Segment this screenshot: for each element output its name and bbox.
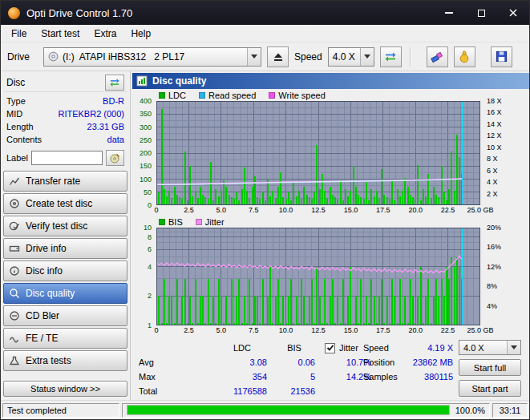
info-label: Type (6, 96, 26, 106)
sidebar-item-fe-te[interactable]: FE / TE (3, 328, 127, 349)
max-bis-value: 5 (273, 372, 322, 382)
donate-button[interactable] (454, 46, 475, 67)
axis-tick-label: 8% (487, 283, 497, 290)
label-row: Label (3, 147, 127, 170)
speed-readout-label: Speed (363, 343, 405, 353)
menu-extra[interactable]: Extra (87, 26, 123, 42)
chart2-x-axis: 02.55.07.510.012.515.017.520.022.525.0 G… (132, 325, 529, 336)
window-controls (433, 1, 529, 25)
legend-swatch (269, 92, 275, 99)
content-area: Disc TypeBD-RMIDRITEKBR2 (000)Length23.3… (1, 71, 529, 400)
status-bar: Test completed 100.0% 33:11 (1, 400, 529, 419)
scan-readout: Speed 4.19 X Position 23862 MB Samples 3… (363, 341, 453, 384)
extra-tests-icon (9, 355, 20, 366)
ldc-column-header: LDC (217, 343, 273, 353)
axis-tick-label: 7.5 (249, 326, 259, 334)
axis-tick-label: 15.0 (344, 326, 358, 334)
bis-column-header: BIS (273, 343, 322, 353)
maximize-button[interactable] (465, 1, 497, 25)
jitter-checkbox[interactable] (325, 343, 335, 353)
info-value-contents[interactable]: data (107, 135, 124, 144)
sidebar-item-verify-test-disc[interactable]: Verify test disc (3, 216, 127, 236)
disc-info-row: Length23.31 GB (6, 120, 124, 133)
minimize-button[interactable] (433, 1, 465, 25)
axis-tick-label: 20.0 (408, 206, 423, 214)
stats-panel: LDC BIS Jitter Avg 3.08 0.06 10.7% Max 3… (132, 336, 529, 400)
maximize-icon (478, 10, 485, 17)
status-message: Test completed (2, 403, 119, 418)
sidebar-item-extra-tests[interactable]: Extra tests (3, 350, 127, 371)
refresh-drives-button[interactable] (380, 46, 402, 67)
axis-tick-label: 350 (140, 111, 152, 118)
panel-title: Disc quality (152, 75, 206, 87)
disc-info-row: Contentsdata (6, 133, 124, 146)
axis-tick-label: 20.0 (408, 326, 423, 334)
speed-select-value: 4.0 X (333, 51, 355, 63)
info-value-mid: RITEKBR2 (000) (58, 109, 124, 119)
eject-button[interactable] (267, 46, 289, 67)
save-button[interactable] (491, 46, 512, 67)
sidebar-item-label: Create test disc (26, 198, 92, 209)
hand-icon (458, 50, 471, 63)
sidebar-item-disc-quality[interactable]: Disc quality (3, 283, 127, 304)
axis-tick-label: 4% (487, 302, 497, 309)
legend-label: LDC (168, 91, 186, 100)
axis-tick-label: 12% (487, 263, 501, 270)
menu-file[interactable]: File (4, 26, 34, 42)
start-part-button[interactable]: Start part (459, 380, 521, 397)
drive-select[interactable]: (I:) ATAPI iHBS312 2 PL17 (43, 47, 261, 67)
eraser-icon (431, 50, 443, 63)
test-controls: 4.0 X Start full Start part (459, 340, 521, 397)
axis-tick-label: 6 (148, 246, 152, 253)
write-label-button[interactable] (106, 150, 124, 166)
legend-top: LDCRead speedWrite speed (132, 89, 529, 101)
disc-info-row: TypeBD-R (6, 95, 124, 107)
test-speed-select[interactable]: 4.0 X (459, 340, 521, 355)
sidebar-item-transfer-rate[interactable]: Transfer rate (3, 171, 127, 192)
sidebar: Disc TypeBD-RMIDRITEKBR2 (000)Length23.3… (1, 71, 131, 400)
quality-chart-icon (136, 75, 148, 87)
sidebar-item-create-test-disc[interactable]: Create test disc (3, 193, 127, 214)
chart2-plot (156, 228, 480, 325)
menu-start-test[interactable]: Start test (34, 26, 87, 42)
test-speed-arrow[interactable] (507, 341, 520, 354)
start-full-button[interactable]: Start full (459, 359, 521, 376)
axis-tick-label: 25.0 GB (467, 206, 493, 214)
chevron-down-icon (511, 345, 517, 349)
close-button[interactable] (497, 1, 529, 25)
legend-label: BIS (168, 217, 183, 227)
speed-select[interactable]: 4.0 X (328, 47, 374, 67)
label-input[interactable] (31, 151, 103, 165)
sidebar-item-disc-info[interactable]: Disc info (3, 260, 127, 281)
axis-tick-label: 300 (140, 123, 152, 131)
refresh-disc-button[interactable] (105, 75, 124, 91)
main-panel: Disc quality LDCRead speedWrite speed 05… (131, 71, 529, 400)
chevron-down-icon (251, 55, 257, 59)
sidebar-nav: Transfer rateCreate test discVerify test… (3, 170, 127, 372)
sidebar-item-label: FE / TE (26, 333, 58, 344)
info-label: MID (6, 109, 22, 119)
refresh-icon (384, 51, 397, 63)
jitter-label: Jitter (339, 343, 358, 353)
drive-select-arrow[interactable] (247, 48, 261, 66)
erase-disc-button[interactable] (427, 46, 448, 67)
sidebar-item-cd-bler[interactable]: CD Bler (3, 305, 127, 326)
legend-bis: BIS (159, 217, 183, 227)
menu-bar: FileStart testExtraHelp (1, 25, 529, 42)
chevron-down-icon (364, 55, 370, 59)
axis-tick-label: 22.5 (441, 326, 455, 334)
total-bis-value: 21536 (273, 386, 322, 396)
transfer-rate-icon (9, 176, 20, 187)
axis-tick-label: 2 X (487, 190, 498, 197)
legend-bottom: BISJitter (132, 216, 529, 228)
disc-panel-title: Disc (6, 77, 25, 88)
axis-tick-label: 8 (148, 233, 152, 240)
sidebar-item-drive-info[interactable]: Drive info (3, 238, 127, 259)
axis-tick-label: 12.5 (311, 326, 326, 334)
speed-select-arrow[interactable] (360, 48, 374, 66)
menu-help[interactable]: Help (123, 26, 158, 42)
status-window-button[interactable]: Status window >> (3, 381, 127, 397)
legend-ldc: LDC (159, 91, 186, 100)
disc-quality-icon (9, 288, 20, 299)
disc-info-icon (9, 265, 20, 277)
